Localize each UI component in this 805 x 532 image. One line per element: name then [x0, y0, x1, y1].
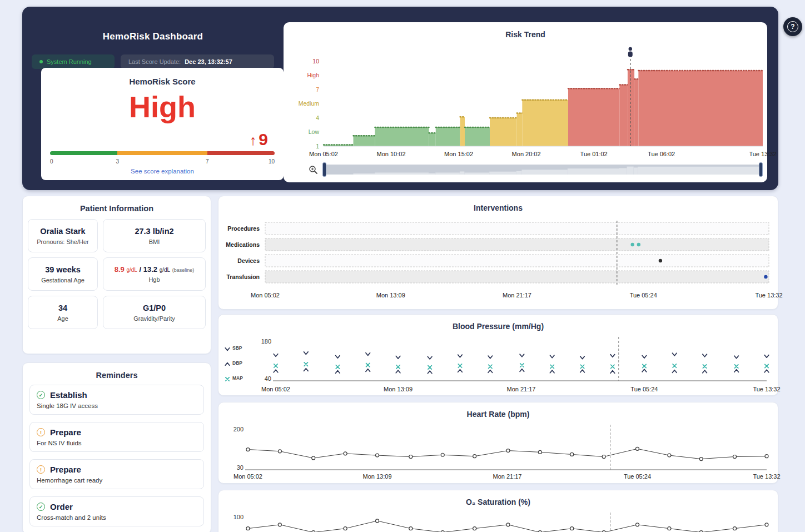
svg-text:Mon 05:02: Mon 05:02	[309, 151, 338, 157]
scale-tick-0: 0	[50, 158, 53, 165]
score-gauge	[50, 151, 275, 155]
gestational-age-field: 39 weeks Gestational Age	[28, 257, 98, 291]
svg-text:Mon 21:17: Mon 21:17	[507, 386, 536, 392]
svg-text:Mon 13:09: Mon 13:09	[363, 473, 392, 480]
reminder-item[interactable]: ! Prepare Hemorrhage cart ready	[29, 459, 204, 489]
bmi-value: 27.3 lb/in2	[106, 227, 203, 236]
slider-minimap	[324, 165, 762, 175]
scale-tick-7: 7	[206, 158, 209, 165]
header-left: HemoRisk Dashboard System Running Last S…	[32, 7, 274, 69]
zoom-icon[interactable]	[308, 165, 318, 175]
reminder-action: Prepare	[50, 427, 81, 437]
score-scale: 0 3 7 10	[50, 158, 275, 166]
help-button[interactable]: ?	[783, 17, 802, 36]
dashboard-page: HemoRisk Dashboard System Running Last S…	[0, 0, 805, 532]
question-mark-icon: ?	[787, 21, 798, 32]
patient-information-title: Patient Information	[23, 196, 211, 218]
reminder-detail: For NS IV fluids	[37, 440, 197, 446]
svg-text:Tue 13:32: Tue 13:32	[749, 151, 776, 157]
hgb-label: Hgb	[106, 276, 203, 283]
interventions-card: Interventions ProceduresMedicationsDevic…	[218, 196, 778, 310]
reminder-item[interactable]: ✓ Order Cross-match and 2 units	[29, 496, 204, 526]
legend-dbp: DBP	[224, 355, 243, 370]
reminder-detail: Cross-match and 2 units	[37, 514, 197, 521]
gauge-high-segment	[207, 151, 275, 155]
legend-sbp: SBP	[224, 340, 243, 355]
svg-text:40: 40	[265, 375, 271, 381]
score-explanation-link[interactable]: See score explanation	[41, 168, 284, 175]
svg-text:100: 100	[233, 513, 244, 520]
score-value: 9	[259, 130, 268, 149]
svg-text:Tue 05:24: Tue 05:24	[630, 292, 657, 299]
reminder-action: Establish	[50, 390, 87, 400]
last-update-chip: Last Score Update: Dec 23, 13:32:57	[121, 54, 274, 69]
svg-text:Tue 05:24: Tue 05:24	[630, 386, 658, 392]
slider-handle-right[interactable]	[759, 162, 763, 177]
risk-trend-chart: 10High7Medium4Low1Mon 05:02Mon 10:02Mon …	[284, 42, 767, 160]
svg-text:30: 30	[237, 464, 244, 470]
heart-rate-title: Heart Rate (bpm)	[218, 402, 778, 419]
reminder-item[interactable]: ✓ Establish Single 18G IV access	[29, 385, 204, 415]
reminder-item[interactable]: ! Prepare For NS IV fluids	[29, 422, 204, 452]
svg-text:180: 180	[261, 337, 271, 344]
svg-text:Medium: Medium	[299, 100, 320, 107]
time-range-slider[interactable]	[324, 165, 762, 175]
svg-text:Tue 13:32: Tue 13:32	[753, 473, 780, 480]
gauge-low-segment	[50, 151, 117, 155]
risk-trend-title: Risk Trend	[284, 22, 767, 39]
svg-text:Procedures: Procedures	[227, 225, 260, 231]
score-card-title: HemoRisk Score	[41, 68, 284, 86]
legend-map: MAP	[224, 370, 243, 385]
gravidity-label: Gravidity/Parity	[106, 315, 203, 322]
age-field: 34 Age	[28, 296, 98, 329]
risk-trend-card: Risk Trend 10High7Medium4Low1Mon 05:02Mo…	[284, 22, 767, 182]
gauge-medium-segment	[117, 151, 207, 155]
check-circle-icon[interactable]: ✓	[37, 391, 45, 399]
arrow-up-icon: ↑	[250, 132, 257, 148]
reminder-action: Prepare	[50, 465, 81, 474]
heart-rate-chart: 20030Mon 05:02Mon 13:09Mon 21:17Tue 05:2…	[223, 421, 773, 480]
svg-text:Mon 13:09: Mon 13:09	[384, 386, 413, 392]
svg-text:Tue 13:32: Tue 13:32	[753, 386, 780, 392]
hgb-field: 8.9 g/dL / 13.2 g/dL (baseline) Hgb	[103, 257, 206, 291]
scale-tick-10: 10	[269, 158, 275, 165]
patient-name: Oralia Stark	[31, 227, 95, 236]
status-dot-icon	[39, 60, 43, 63]
svg-text:Low: Low	[309, 128, 320, 135]
svg-text:Mon 21:17: Mon 21:17	[493, 473, 522, 480]
chevron-up-marker-icon	[224, 359, 231, 367]
bmi-field: 27.3 lb/in2 BMI	[103, 219, 206, 252]
score-card: HemoRisk Score High ↑ 9 0 3 7 10 See	[41, 68, 284, 180]
blood-pressure-card: Blood Pressure (mm/Hg) SBP DBP MAP 18040…	[218, 314, 778, 396]
hgb-values: 8.9 g/dL / 13.2 g/dL (baseline)	[106, 265, 203, 274]
svg-text:200: 200	[233, 425, 244, 432]
svg-text:Tue 13:32: Tue 13:32	[755, 292, 782, 299]
svg-text:Mon 05:02: Mon 05:02	[251, 292, 280, 299]
warning-circle-icon[interactable]: !	[37, 465, 45, 474]
svg-text:Medications: Medications	[226, 241, 260, 247]
risk-level-value: High	[41, 92, 284, 122]
system-status-label: System Running	[47, 58, 92, 65]
reminders-title: Reminders	[23, 363, 211, 385]
svg-text:Mon 21:17: Mon 21:17	[503, 292, 531, 299]
reminder-action: Order	[50, 502, 73, 511]
warning-circle-icon[interactable]: !	[37, 428, 45, 436]
o2-saturation-chart: 100Mon 05:02Mon 13:09Mon 21:17Tue 05:24T…	[223, 509, 773, 532]
svg-text:Mon 05:02: Mon 05:02	[261, 386, 290, 392]
blood-pressure-title: Blood Pressure (mm/Hg)	[218, 315, 778, 331]
svg-text:Mon 15:02: Mon 15:02	[444, 151, 473, 157]
slider-handle-left[interactable]	[322, 162, 326, 177]
svg-text:Mon 13:09: Mon 13:09	[376, 292, 405, 299]
svg-text:4: 4	[316, 115, 319, 121]
gestational-age-label: Gestational Age	[31, 277, 95, 284]
svg-text:Devices: Devices	[237, 257, 260, 263]
gravidity-value: G1/P0	[106, 304, 203, 312]
gestational-age-value: 39 weeks	[31, 265, 95, 274]
last-update-value: Dec 23, 13:32:57	[185, 58, 232, 65]
heart-rate-card: Heart Rate (bpm) 20030Mon 05:02Mon 13:09…	[218, 402, 778, 484]
svg-text:Mon 20:02: Mon 20:02	[512, 151, 541, 157]
svg-text:10: 10	[312, 58, 319, 64]
age-label: Age	[31, 315, 95, 322]
check-circle-icon[interactable]: ✓	[37, 503, 45, 511]
bmi-label: BMI	[106, 238, 203, 245]
